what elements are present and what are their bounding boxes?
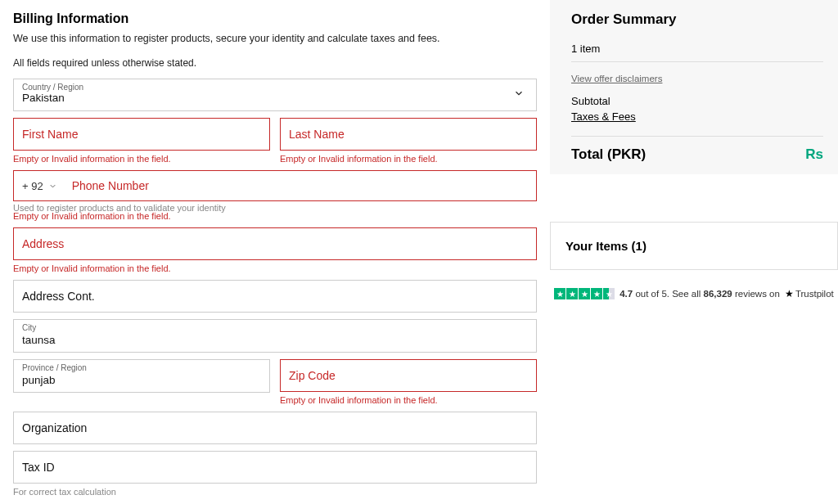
order-summary-panel: Order Summary 1 item View offer disclaim… [550, 0, 838, 504]
required-note: All fields required unless otherwise sta… [13, 57, 537, 69]
address-field[interactable] [13, 227, 537, 260]
star-icon: ★ [554, 288, 565, 299]
city-field[interactable]: City [13, 319, 537, 353]
country-select[interactable]: Country / Region Pakistan [13, 79, 537, 111]
address-input[interactable] [22, 232, 528, 254]
star-icon: ★ [603, 288, 615, 299]
phone-error: Empty or Invalid information in the fiel… [13, 211, 537, 221]
star-rating: ★ ★ ★ ★ ★ [554, 288, 615, 299]
page-title: Billing Information [13, 11, 537, 26]
star-icon: ★ [566, 288, 578, 299]
taxid-input[interactable] [22, 455, 528, 478]
phone-country-code[interactable]: + 92 [14, 171, 64, 200]
phone-label: Phone Number [64, 171, 536, 200]
province-input[interactable] [22, 373, 261, 387]
billing-form: Billing Information We use this informat… [0, 0, 550, 504]
star-icon: ★ [591, 288, 602, 299]
taxid-hint: For correct tax calculation [13, 487, 537, 497]
city-label: City [22, 323, 528, 332]
trustpilot-widget[interactable]: ★ ★ ★ ★ ★ 4.7 out of 5. See all 86,329 r… [550, 288, 838, 299]
first-name-error: Empty or Invalid information in the fiel… [13, 154, 270, 164]
chevron-down-icon [513, 88, 525, 102]
country-value: Pakistan [22, 92, 528, 106]
last-name-error: Empty or Invalid information in the fiel… [280, 154, 537, 164]
country-label: Country / Region [22, 83, 528, 92]
province-label: Province / Region [22, 363, 261, 372]
star-icon: ★ [785, 288, 794, 299]
your-items-section[interactable]: Your Items (1) [550, 222, 838, 270]
organization-field[interactable] [13, 412, 537, 444]
address-cont-field[interactable] [13, 280, 537, 313]
total-amount: Rs [805, 146, 823, 163]
city-input[interactable] [22, 333, 528, 347]
address-cont-input[interactable] [22, 284, 528, 307]
divider [571, 61, 823, 62]
star-icon: ★ [579, 288, 590, 299]
organization-input[interactable] [22, 416, 528, 439]
zip-field[interactable] [280, 359, 537, 392]
trustpilot-logo: ★ Trustpilot [785, 288, 834, 299]
item-count: 1 item [571, 43, 823, 55]
address-error: Empty or Invalid information in the fiel… [13, 263, 537, 273]
summary-title: Order Summary [571, 11, 823, 28]
first-name-input[interactable] [22, 122, 261, 145]
taxes-link[interactable]: Taxes & Fees [571, 110, 636, 123]
disclaimers-link[interactable]: View offer disclaimers [571, 74, 662, 83]
taxid-field[interactable] [13, 451, 537, 484]
zip-error: Empty or Invalid information in the fiel… [280, 395, 537, 405]
last-name-input[interactable] [289, 122, 528, 145]
phone-field[interactable]: + 92 Phone Number [13, 170, 537, 201]
divider [571, 136, 823, 137]
total-label: Total (PKR) [571, 146, 646, 163]
subtotal-label: Subtotal [571, 95, 823, 107]
zip-input[interactable] [289, 363, 528, 386]
province-field[interactable]: Province / Region [13, 359, 270, 393]
chevron-down-icon [48, 182, 57, 191]
first-name-field[interactable] [13, 118, 270, 151]
page-subtitle: We use this information to register prod… [13, 33, 537, 44]
last-name-field[interactable] [280, 118, 537, 151]
rating-value: 4.7 [619, 289, 633, 299]
